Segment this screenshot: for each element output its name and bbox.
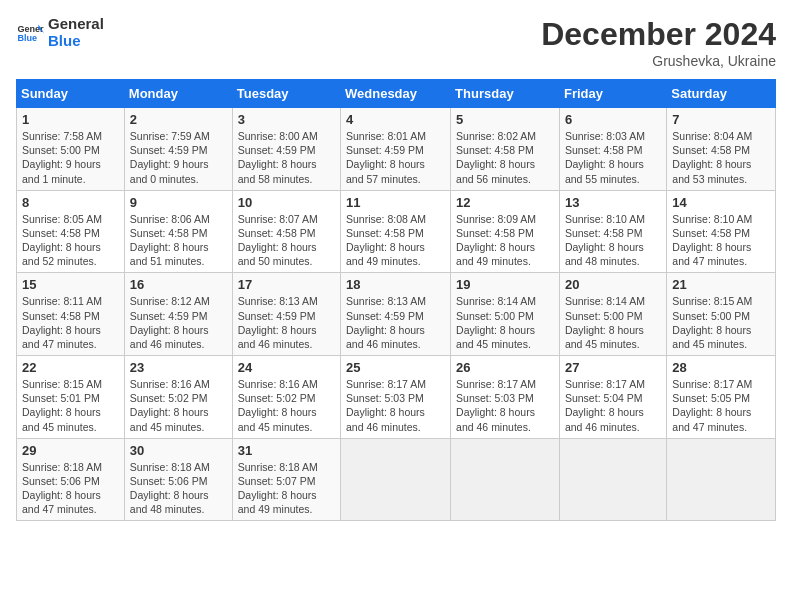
day-detail: Sunrise: 8:18 AM Sunset: 5:06 PM Dayligh… [22,460,119,517]
day-detail: Sunrise: 7:58 AM Sunset: 5:00 PM Dayligh… [22,129,119,186]
calendar-cell: 15Sunrise: 8:11 AM Sunset: 4:58 PM Dayli… [17,273,125,356]
calendar-week-4: 22Sunrise: 8:15 AM Sunset: 5:01 PM Dayli… [17,356,776,439]
day-number: 19 [456,277,554,292]
calendar-cell: 18Sunrise: 8:13 AM Sunset: 4:59 PM Dayli… [341,273,451,356]
calendar-cell: 13Sunrise: 8:10 AM Sunset: 4:58 PM Dayli… [559,190,666,273]
day-number: 11 [346,195,445,210]
header-sunday: Sunday [17,80,125,108]
day-number: 5 [456,112,554,127]
calendar-cell: 9Sunrise: 8:06 AM Sunset: 4:58 PM Daylig… [124,190,232,273]
calendar-cell: 30Sunrise: 8:18 AM Sunset: 5:06 PM Dayli… [124,438,232,521]
calendar-cell: 5Sunrise: 8:02 AM Sunset: 4:58 PM Daylig… [451,108,560,191]
day-detail: Sunrise: 8:15 AM Sunset: 5:00 PM Dayligh… [672,294,770,351]
calendar-cell: 12Sunrise: 8:09 AM Sunset: 4:58 PM Dayli… [451,190,560,273]
calendar-cell: 4Sunrise: 8:01 AM Sunset: 4:59 PM Daylig… [341,108,451,191]
day-detail: Sunrise: 8:16 AM Sunset: 5:02 PM Dayligh… [130,377,227,434]
header-wednesday: Wednesday [341,80,451,108]
calendar-cell: 6Sunrise: 8:03 AM Sunset: 4:58 PM Daylig… [559,108,666,191]
day-number: 30 [130,443,227,458]
day-number: 24 [238,360,335,375]
calendar-week-5: 29Sunrise: 8:18 AM Sunset: 5:06 PM Dayli… [17,438,776,521]
day-number: 8 [22,195,119,210]
day-number: 1 [22,112,119,127]
day-number: 18 [346,277,445,292]
calendar-cell [559,438,666,521]
calendar-header-row: SundayMondayTuesdayWednesdayThursdayFrid… [17,80,776,108]
day-detail: Sunrise: 8:01 AM Sunset: 4:59 PM Dayligh… [346,129,445,186]
day-number: 28 [672,360,770,375]
day-number: 2 [130,112,227,127]
day-detail: Sunrise: 8:17 AM Sunset: 5:05 PM Dayligh… [672,377,770,434]
calendar-cell: 31Sunrise: 8:18 AM Sunset: 5:07 PM Dayli… [232,438,340,521]
day-detail: Sunrise: 8:03 AM Sunset: 4:58 PM Dayligh… [565,129,661,186]
logo: General Blue General Blue [16,16,104,49]
day-number: 14 [672,195,770,210]
day-number: 10 [238,195,335,210]
logo-icon: General Blue [16,19,44,47]
day-detail: Sunrise: 8:07 AM Sunset: 4:58 PM Dayligh… [238,212,335,269]
calendar-cell: 22Sunrise: 8:15 AM Sunset: 5:01 PM Dayli… [17,356,125,439]
calendar-week-3: 15Sunrise: 8:11 AM Sunset: 4:58 PM Dayli… [17,273,776,356]
day-number: 17 [238,277,335,292]
day-number: 13 [565,195,661,210]
calendar-cell: 1Sunrise: 7:58 AM Sunset: 5:00 PM Daylig… [17,108,125,191]
calendar-cell: 20Sunrise: 8:14 AM Sunset: 5:00 PM Dayli… [559,273,666,356]
day-detail: Sunrise: 8:17 AM Sunset: 5:03 PM Dayligh… [456,377,554,434]
header-thursday: Thursday [451,80,560,108]
day-detail: Sunrise: 8:17 AM Sunset: 5:03 PM Dayligh… [346,377,445,434]
day-number: 12 [456,195,554,210]
calendar-cell: 7Sunrise: 8:04 AM Sunset: 4:58 PM Daylig… [667,108,776,191]
day-number: 9 [130,195,227,210]
location-subtitle: Grushevka, Ukraine [541,53,776,69]
header-monday: Monday [124,80,232,108]
day-number: 29 [22,443,119,458]
day-number: 20 [565,277,661,292]
calendar-cell: 14Sunrise: 8:10 AM Sunset: 4:58 PM Dayli… [667,190,776,273]
calendar-cell: 10Sunrise: 8:07 AM Sunset: 4:58 PM Dayli… [232,190,340,273]
day-detail: Sunrise: 8:08 AM Sunset: 4:58 PM Dayligh… [346,212,445,269]
calendar-table: SundayMondayTuesdayWednesdayThursdayFrid… [16,79,776,521]
day-detail: Sunrise: 8:06 AM Sunset: 4:58 PM Dayligh… [130,212,227,269]
day-detail: Sunrise: 8:10 AM Sunset: 4:58 PM Dayligh… [672,212,770,269]
month-title: December 2024 [541,16,776,53]
day-detail: Sunrise: 8:12 AM Sunset: 4:59 PM Dayligh… [130,294,227,351]
calendar-cell: 27Sunrise: 8:17 AM Sunset: 5:04 PM Dayli… [559,356,666,439]
calendar-cell [451,438,560,521]
day-detail: Sunrise: 8:18 AM Sunset: 5:06 PM Dayligh… [130,460,227,517]
day-number: 27 [565,360,661,375]
day-detail: Sunrise: 8:11 AM Sunset: 4:58 PM Dayligh… [22,294,119,351]
day-number: 3 [238,112,335,127]
day-number: 25 [346,360,445,375]
day-number: 16 [130,277,227,292]
day-detail: Sunrise: 8:04 AM Sunset: 4:58 PM Dayligh… [672,129,770,186]
calendar-cell: 21Sunrise: 8:15 AM Sunset: 5:00 PM Dayli… [667,273,776,356]
logo-line2: Blue [48,33,104,50]
day-detail: Sunrise: 8:17 AM Sunset: 5:04 PM Dayligh… [565,377,661,434]
day-detail: Sunrise: 8:14 AM Sunset: 5:00 PM Dayligh… [456,294,554,351]
day-number: 21 [672,277,770,292]
day-number: 26 [456,360,554,375]
day-number: 22 [22,360,119,375]
calendar-cell: 19Sunrise: 8:14 AM Sunset: 5:00 PM Dayli… [451,273,560,356]
day-detail: Sunrise: 8:13 AM Sunset: 4:59 PM Dayligh… [346,294,445,351]
calendar-cell: 3Sunrise: 8:00 AM Sunset: 4:59 PM Daylig… [232,108,340,191]
page-header: General Blue General Blue December 2024 … [16,16,776,69]
header-tuesday: Tuesday [232,80,340,108]
svg-text:Blue: Blue [17,33,37,43]
header-saturday: Saturday [667,80,776,108]
day-number: 7 [672,112,770,127]
calendar-cell: 26Sunrise: 8:17 AM Sunset: 5:03 PM Dayli… [451,356,560,439]
day-detail: Sunrise: 8:18 AM Sunset: 5:07 PM Dayligh… [238,460,335,517]
day-detail: Sunrise: 8:15 AM Sunset: 5:01 PM Dayligh… [22,377,119,434]
day-detail: Sunrise: 8:10 AM Sunset: 4:58 PM Dayligh… [565,212,661,269]
calendar-cell: 11Sunrise: 8:08 AM Sunset: 4:58 PM Dayli… [341,190,451,273]
day-detail: Sunrise: 8:05 AM Sunset: 4:58 PM Dayligh… [22,212,119,269]
calendar-cell: 17Sunrise: 8:13 AM Sunset: 4:59 PM Dayli… [232,273,340,356]
calendar-cell: 24Sunrise: 8:16 AM Sunset: 5:02 PM Dayli… [232,356,340,439]
calendar-cell: 23Sunrise: 8:16 AM Sunset: 5:02 PM Dayli… [124,356,232,439]
day-detail: Sunrise: 8:02 AM Sunset: 4:58 PM Dayligh… [456,129,554,186]
day-detail: Sunrise: 8:16 AM Sunset: 5:02 PM Dayligh… [238,377,335,434]
calendar-week-2: 8Sunrise: 8:05 AM Sunset: 4:58 PM Daylig… [17,190,776,273]
day-number: 15 [22,277,119,292]
day-detail: Sunrise: 8:09 AM Sunset: 4:58 PM Dayligh… [456,212,554,269]
